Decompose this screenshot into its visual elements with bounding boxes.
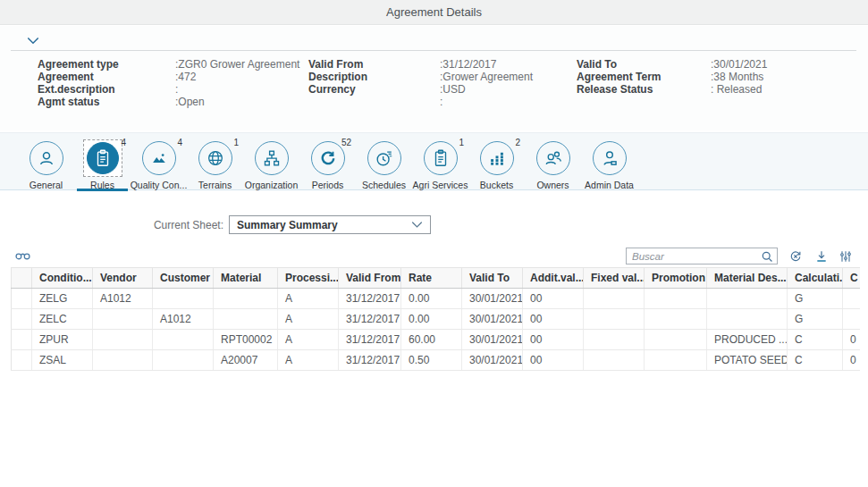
binoculars-icon[interactable] bbox=[15, 248, 30, 260]
tab-schedules[interactable]: Schedules bbox=[356, 133, 412, 190]
tab-organization[interactable]: Organization bbox=[243, 133, 299, 190]
row-selector[interactable] bbox=[12, 330, 32, 350]
field-label: Agreement Term bbox=[577, 71, 711, 83]
cell: A1012 bbox=[153, 309, 214, 330]
tab-admin-data[interactable]: Admin Data bbox=[581, 133, 637, 190]
row-selector[interactable] bbox=[12, 350, 32, 371]
search-icon[interactable] bbox=[761, 250, 773, 263]
cell: ZELG bbox=[32, 289, 93, 309]
cell: A1012 bbox=[93, 289, 153, 309]
titlebar: Agreement Details bbox=[0, 0, 868, 25]
info-column: Agreement type:ZGR0 Grower AgreementAgre… bbox=[38, 58, 306, 108]
cell bbox=[843, 289, 861, 309]
person-badge-icon bbox=[600, 148, 619, 168]
clipboard-icon bbox=[93, 148, 113, 168]
tab-agri-services[interactable]: 1Agri Services bbox=[412, 133, 468, 190]
quality-image-icon bbox=[149, 148, 169, 168]
cell bbox=[214, 289, 278, 309]
field-value: : bbox=[175, 83, 306, 96]
tab-quality-con[interactable]: 4Quality Con... bbox=[131, 133, 187, 190]
tab-badge: 2 bbox=[515, 138, 520, 147]
chevron-down-icon bbox=[411, 221, 423, 229]
col-header-material[interactable]: Material bbox=[214, 268, 278, 289]
tab-buckets[interactable]: 2Buckets bbox=[468, 133, 525, 190]
search-input[interactable] bbox=[632, 251, 761, 262]
tab-label: General bbox=[29, 180, 63, 190]
cell: 31/12/2017 bbox=[339, 350, 401, 371]
row-selector[interactable] bbox=[12, 289, 32, 309]
tab-label: Schedules bbox=[362, 180, 406, 190]
field-value: : Released bbox=[711, 83, 858, 96]
collapse-chevron-icon[interactable] bbox=[27, 33, 39, 42]
tab-badge: 52 bbox=[341, 138, 351, 147]
tab-circle bbox=[196, 139, 235, 177]
field-value: :31/12/2017 bbox=[440, 58, 574, 71]
cell bbox=[707, 309, 788, 330]
table-row: ZPURRPT00002A31/12/201760.0030/01/202100… bbox=[12, 330, 861, 350]
cell: 30/01/2021 bbox=[462, 289, 523, 309]
tab-general[interactable]: General bbox=[18, 133, 74, 190]
col-header-select[interactable] bbox=[12, 268, 32, 289]
col-header-fixed-val[interactable]: Fixed val... bbox=[584, 268, 645, 289]
tab-periods[interactable]: 52Periods bbox=[299, 133, 356, 190]
cell: 00 bbox=[523, 289, 584, 309]
col-header-rate[interactable]: Rate bbox=[401, 268, 462, 289]
tab-circle bbox=[83, 139, 122, 177]
row-selector[interactable] bbox=[12, 309, 32, 330]
cell bbox=[584, 330, 645, 350]
cell bbox=[584, 350, 645, 371]
col-header-processi[interactable]: Processi... bbox=[278, 268, 339, 289]
tab-owners[interactable]: Owners bbox=[525, 133, 581, 190]
col-header-valid-to[interactable]: Valid To bbox=[462, 268, 523, 289]
tab-rules[interactable]: 4Rules bbox=[74, 133, 131, 190]
col-header-addit-val[interactable]: Addit.val... bbox=[523, 268, 584, 289]
sheet-selector-row: Current Sheet: Summary Summary bbox=[0, 215, 868, 235]
cell: 30/01/2021 bbox=[462, 330, 523, 350]
download-icon[interactable] bbox=[814, 249, 829, 264]
cell: 0.00 bbox=[401, 289, 462, 309]
col-header-valid-from[interactable]: Valid From bbox=[339, 268, 401, 289]
cell bbox=[153, 330, 214, 350]
current-sheet-select[interactable]: Summary Summary bbox=[229, 215, 431, 234]
tab-label: Periods bbox=[312, 180, 344, 190]
field-value: :ZGR0 Grower Agreement bbox=[175, 58, 306, 71]
tab-label: Admin Data bbox=[585, 180, 634, 190]
tab-badge: 1 bbox=[459, 138, 464, 147]
table-row: ZELCA1012A31/12/20170.0030/01/202100G bbox=[12, 309, 861, 330]
field-value: :30/01/2021 bbox=[711, 58, 858, 71]
field-label: Release Status bbox=[577, 83, 711, 96]
col-header-conditio[interactable]: Conditio... bbox=[32, 268, 93, 289]
cell bbox=[645, 289, 707, 309]
field-value: :USD bbox=[440, 83, 574, 96]
field-value: :472 bbox=[175, 71, 306, 83]
cell bbox=[707, 289, 788, 309]
settings-icon[interactable] bbox=[839, 249, 853, 264]
header-info-panel: Agreement type:ZGR0 Grower AgreementAgre… bbox=[0, 26, 868, 130]
info-column: Valid To:30/01/2021Agreement Term:38 Mon… bbox=[577, 58, 858, 96]
cell: 31/12/2017 bbox=[339, 330, 401, 350]
field-label: Valid From bbox=[308, 58, 440, 71]
col-header-vendor[interactable]: Vendor bbox=[93, 268, 153, 289]
table-row: ZSALA20007A31/12/20170.5030/01/202100POT… bbox=[12, 350, 861, 371]
reset-icon[interactable] bbox=[788, 249, 803, 264]
col-header-customer[interactable]: Customer bbox=[153, 268, 214, 289]
cell bbox=[93, 309, 153, 330]
agreement-details-page: Agreement Details Agreement type:ZGR0 Gr… bbox=[0, 0, 868, 487]
tab-label: Agri Services bbox=[413, 180, 468, 190]
tab-label: Buckets bbox=[480, 180, 513, 190]
cell: POTATO SEED bbox=[707, 350, 788, 371]
col-header-c[interactable]: C bbox=[843, 268, 861, 289]
cell: G bbox=[788, 289, 843, 309]
cell: A bbox=[278, 309, 339, 330]
field-label: Description bbox=[308, 71, 440, 83]
search-box[interactable] bbox=[626, 248, 778, 264]
field-value: :Grower Agreement bbox=[440, 71, 574, 83]
tab-label: Organization bbox=[245, 180, 299, 190]
col-header-material-des[interactable]: Material Des... bbox=[707, 268, 788, 289]
col-header-promotion[interactable]: Promotion bbox=[645, 268, 707, 289]
field-value: :Open bbox=[175, 96, 306, 108]
col-header-calculati[interactable]: Calculati... bbox=[788, 268, 843, 289]
tab-terrains[interactable]: 1Terrains bbox=[187, 133, 243, 190]
tab-circle bbox=[365, 139, 404, 177]
tab-circle bbox=[534, 139, 573, 177]
